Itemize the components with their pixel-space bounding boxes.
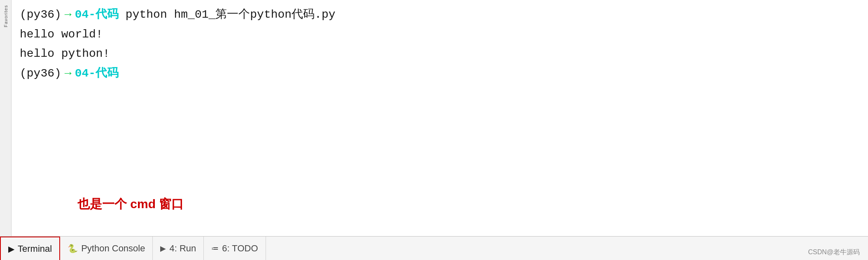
tab-todo[interactable]: ≔ 6: TODO bbox=[204, 237, 266, 260]
annotation-text: 也是一个 cmd 窗口 bbox=[77, 193, 184, 214]
directory-2: 04-代码 bbox=[75, 64, 119, 84]
prompt-env-1: (py36) bbox=[20, 5, 61, 25]
tab-todo-label: 6: TODO bbox=[222, 243, 258, 254]
output-1: hello world! bbox=[20, 25, 103, 44]
terminal-line-2: hello world! bbox=[20, 25, 860, 44]
terminal-line-4: (py36) → 04-代码 bbox=[20, 64, 860, 84]
terminal-line-3: hello python! bbox=[20, 44, 860, 64]
run-icon: ▶ bbox=[160, 244, 166, 253]
tab-terminal[interactable]: ▶ Terminal bbox=[0, 237, 60, 260]
tab-terminal-label: Terminal bbox=[18, 244, 52, 254]
terminal-content[interactable]: (py36) → 04-代码 python hm_01_第一个python代码.… bbox=[12, 0, 868, 236]
arrow-2: → bbox=[65, 64, 72, 84]
tab-run-label: 4: Run bbox=[169, 243, 196, 254]
left-sidebar: Favorites bbox=[0, 0, 12, 236]
directory-1: 04-代码 bbox=[75, 5, 119, 25]
sidebar-label: Favorites bbox=[3, 5, 8, 27]
watermark: CSDN@老牛源码 bbox=[808, 248, 860, 257]
prompt-env-2: (py36) bbox=[20, 64, 61, 84]
bottom-bar: ▶ Terminal 🐍 Python Console ▶ 4: Run ≔ 6… bbox=[0, 236, 868, 260]
output-2: hello python! bbox=[20, 44, 110, 64]
main-area: Favorites (py36) → 04-代码 python hm_01_第一… bbox=[0, 0, 868, 236]
arrow-1: → bbox=[65, 5, 72, 25]
python-console-icon: 🐍 bbox=[68, 244, 78, 253]
tab-python-console[interactable]: 🐍 Python Console bbox=[60, 237, 153, 260]
todo-icon: ≔ bbox=[211, 244, 219, 253]
terminal-line-1: (py36) → 04-代码 python hm_01_第一个python代码.… bbox=[20, 5, 860, 25]
terminal-icon: ▶ bbox=[8, 244, 14, 254]
tab-run[interactable]: ▶ 4: Run bbox=[153, 237, 204, 260]
tab-python-console-label: Python Console bbox=[81, 243, 145, 254]
command-1: python hm_01_第一个python代码.py bbox=[119, 5, 335, 25]
